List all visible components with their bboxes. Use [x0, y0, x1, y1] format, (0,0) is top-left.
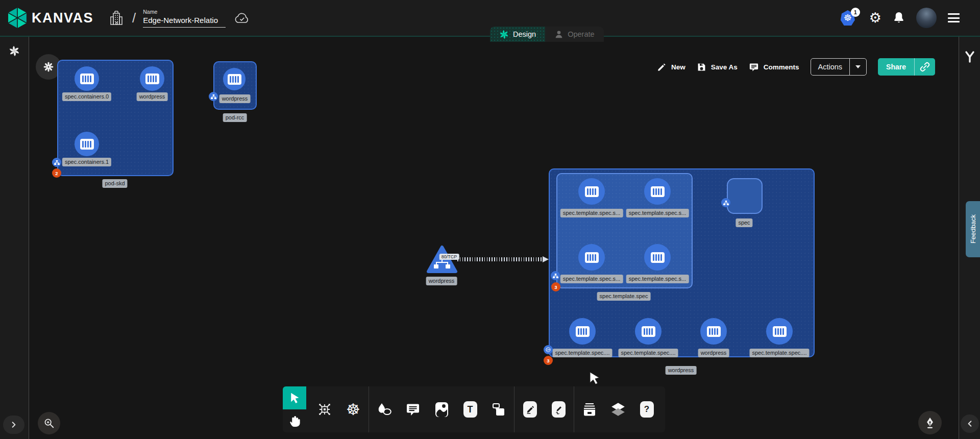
node-template-container[interactable] — [578, 244, 605, 271]
share-label[interactable]: Share — [878, 58, 914, 76]
image-tool[interactable] — [428, 386, 455, 432]
group-label: pod-rcc — [223, 113, 247, 122]
shapes-tool[interactable] — [371, 386, 398, 432]
notifications-bell-icon[interactable] — [893, 11, 905, 25]
error-count-badge[interactable]: 3 — [551, 282, 560, 291]
hand-icon — [288, 414, 301, 428]
error-count-badge[interactable]: 3 — [544, 356, 553, 365]
actions-caret[interactable] — [849, 59, 866, 75]
drawer-archive-icon — [582, 402, 597, 417]
feedback-tab[interactable]: Feedback — [966, 201, 980, 257]
dock-separator — [514, 386, 514, 432]
feedback-label: Feedback — [969, 214, 977, 243]
freehand-pencil-tool[interactable] — [545, 386, 572, 432]
magnifier-plus-icon — [43, 418, 55, 429]
container-icon — [80, 74, 94, 84]
tab-operate[interactable]: Operate — [545, 27, 603, 42]
new-label: New — [671, 63, 685, 71]
help-tool[interactable]: ? — [633, 386, 660, 432]
building-icon[interactable] — [110, 10, 123, 26]
expand-left-panel-button[interactable] — [3, 416, 24, 434]
tab-design[interactable]: Design — [490, 27, 545, 42]
collapse-right-panel-button[interactable] — [961, 414, 979, 433]
service-label: wordpress — [426, 277, 457, 285]
node-label: spec.template.spec.s... — [626, 209, 689, 217]
node-template-container[interactable] — [644, 244, 671, 271]
cursor-tool[interactable] — [283, 386, 306, 409]
error-count-badge[interactable]: 2 — [52, 168, 61, 178]
comments-button[interactable]: Comments — [749, 62, 799, 72]
layers-tool[interactable] — [605, 386, 631, 432]
node-label: spec.template.spec.... — [750, 349, 810, 357]
container-icon — [585, 252, 599, 263]
note-tool[interactable] — [485, 386, 512, 432]
node-label: spec.template.spec.... — [619, 349, 678, 357]
zoom-search-button[interactable] — [38, 412, 60, 434]
freehand-pencil-icon — [552, 401, 566, 418]
hierarchy-badge[interactable] — [52, 158, 61, 167]
right-rail: Feedback — [959, 37, 980, 439]
annotate-pen-tool[interactable] — [517, 386, 543, 432]
pan-tool[interactable] — [283, 409, 306, 432]
node-label: spec.containers.1 — [62, 158, 111, 166]
chevron-left-icon — [966, 420, 974, 428]
kubernetes-context-button[interactable]: ☸ 1 — [841, 9, 858, 27]
kubernetes-tool[interactable]: ☸ — [340, 386, 366, 432]
menu-hamburger-icon[interactable] — [948, 13, 960, 22]
new-button[interactable]: New — [657, 62, 685, 72]
mesh-badge[interactable] — [544, 345, 553, 354]
save-as-button[interactable]: Save As — [697, 62, 738, 72]
text-tool[interactable]: T — [457, 386, 483, 432]
wye-validator-icon[interactable] — [964, 50, 976, 63]
node-wordpress-container[interactable] — [700, 318, 727, 345]
sitemap-icon — [723, 201, 729, 205]
sitemap-icon — [211, 94, 216, 99]
group-spec-template-spec[interactable] — [556, 173, 693, 288]
drawer-tool[interactable] — [576, 386, 603, 432]
canvas-action-row: New Save As Comments Actions — [657, 58, 935, 76]
node-template-container[interactable] — [635, 318, 662, 345]
group-label: wordpress — [666, 366, 697, 375]
node-template-container[interactable] — [569, 318, 596, 345]
node-spec-containers-0[interactable] — [75, 66, 99, 91]
help-icon: ? — [640, 401, 654, 418]
node-spec-containers-1[interactable] — [75, 132, 99, 156]
node-spec[interactable] — [727, 178, 763, 214]
copy-link-segment[interactable] — [914, 58, 935, 76]
layers-icon — [610, 402, 626, 417]
share-button[interactable]: Share — [878, 58, 935, 76]
node-template-container[interactable] — [578, 178, 605, 205]
container-icon — [145, 74, 159, 84]
hierarchy-badge[interactable] — [721, 198, 730, 207]
note-icon — [492, 402, 506, 417]
node-label: spec.template.spec.s... — [626, 275, 689, 283]
components-tool[interactable] — [311, 386, 338, 432]
comment-tool[interactable] — [400, 386, 426, 432]
node-wordpress-container[interactable] — [223, 68, 246, 90]
sitemap-icon — [54, 160, 60, 165]
tab-design-label: Design — [513, 30, 536, 38]
container-icon — [707, 326, 721, 337]
node-template-container[interactable] — [644, 178, 671, 205]
dock-icons: ☸ — [306, 386, 665, 432]
chevron-right-icon — [10, 421, 18, 429]
design-canvas[interactable]: New Save As Comments Actions — [29, 37, 959, 439]
container-icon — [585, 186, 599, 197]
hierarchy-badge[interactable] — [551, 271, 560, 280]
history-spiral-icon[interactable] — [9, 45, 20, 57]
container-icon — [80, 139, 94, 150]
actions-dropdown-button[interactable]: Actions — [811, 58, 867, 76]
user-avatar[interactable] — [916, 8, 937, 28]
design-spiral-icon — [499, 30, 509, 39]
service-edge[interactable] — [457, 257, 543, 261]
breadcrumb-separator: / — [132, 10, 136, 26]
pen-nib-button[interactable] — [918, 411, 942, 434]
node-wordpress-container[interactable] — [140, 66, 164, 91]
node-template-container[interactable] — [766, 318, 793, 345]
settings-gear-icon[interactable]: ⚙ — [869, 11, 881, 25]
design-name-input[interactable]: Edge-Network-Relatio — [143, 16, 226, 28]
hierarchy-badge[interactable] — [209, 92, 218, 101]
actions-label[interactable]: Actions — [811, 59, 850, 75]
kanvas-logo-icon[interactable] — [7, 7, 28, 29]
node-label: spec — [736, 218, 752, 227]
